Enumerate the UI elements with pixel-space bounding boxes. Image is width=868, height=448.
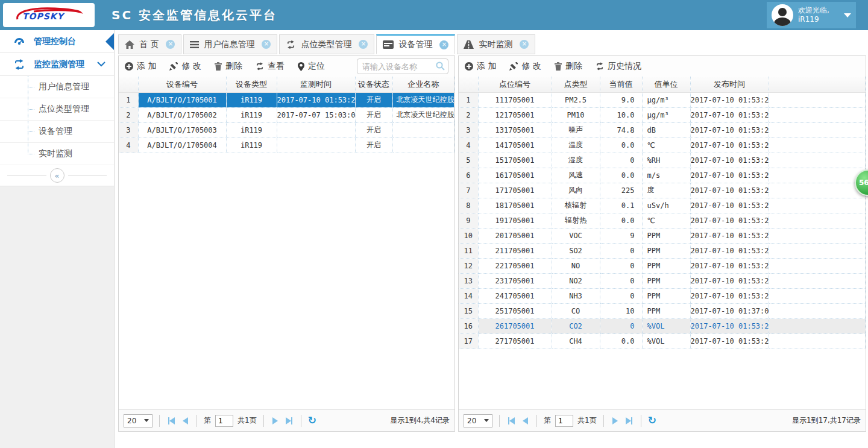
column-header[interactable]: 点类型 (552, 77, 600, 92)
first-page-button[interactable] (166, 417, 177, 424)
search-input[interactable] (357, 58, 448, 74)
close-icon[interactable]: × (359, 40, 368, 49)
sidebar-item-user-info[interactable]: 用户信息管理 (0, 76, 114, 98)
cell: PPM (642, 288, 690, 303)
table-row[interactable]: 6161705001风速0.0m/s2017-07-10 01:53:21 (459, 168, 866, 183)
column-header[interactable]: 当前值 (600, 77, 642, 92)
user-menu[interactable]: 欢迎光临, iR119 (767, 2, 856, 28)
cell: 度 (642, 183, 690, 198)
page-size-select[interactable]: 20 (464, 414, 492, 427)
tab-bar: 首 页 × 用户信息管理 × 点位类型管理 × 设备管理 × 实时监测 × (118, 34, 868, 55)
page-size-select[interactable]: 20 (124, 414, 153, 427)
column-header[interactable]: 点位编号 (478, 77, 552, 92)
table-row[interactable]: 4A/BJLT/O/1705004iR119开启 (119, 137, 454, 153)
delete-button[interactable]: 删除 (555, 61, 582, 72)
page-label: 第 (544, 415, 551, 426)
history-button[interactable]: 历史情况 (596, 61, 641, 72)
column-header[interactable]: 监测时间 (277, 77, 355, 92)
edit-button[interactable]: 修 改 (509, 61, 541, 72)
table-row[interactable]: 14241705001NH30PPM2017-07-10 01:53:21 (459, 288, 866, 303)
tab-home[interactable]: 首 页 × (118, 34, 181, 54)
page-number-input[interactable] (555, 415, 573, 427)
table-row[interactable]: 7171705001风向225度2017-07-10 01:53:21 (459, 183, 866, 198)
sidebar-item-console[interactable]: 管理控制台 (0, 30, 114, 53)
column-header[interactable]: 值单位 (642, 77, 690, 92)
sidebar-item-device-mgmt[interactable]: 设备管理 (0, 121, 114, 143)
cell: A/BJLT/O/1705004 (138, 137, 226, 153)
close-icon[interactable]: × (262, 40, 271, 49)
table-row[interactable]: 16261705001CO20%VOL2017-07-10 01:53:22 (459, 318, 866, 333)
cell: PM2.5 (552, 92, 600, 107)
cell: 2017-07-10 01:53:22 (690, 243, 769, 258)
column-header[interactable] (119, 77, 138, 92)
cell: PM10 (552, 107, 600, 122)
table-row[interactable]: 11211705001SO20PPM2017-07-10 01:53:22 (459, 243, 866, 258)
view-button[interactable]: 查看 (256, 61, 285, 72)
next-page-button[interactable] (611, 417, 620, 424)
last-page-button[interactable] (624, 417, 634, 424)
chevron-down-icon[interactable] (97, 62, 105, 67)
table-row[interactable]: 2A/BJLT/O/1705002iR1192017-07-07 15:03:0… (119, 107, 454, 122)
column-header[interactable]: 设备编号 (138, 77, 226, 92)
table-row[interactable]: 12221705001NO0PPM2017-07-10 01:53:21 (459, 258, 866, 273)
cell: 10.0 (600, 107, 642, 122)
table-row[interactable]: 13231705001NO20PPM2017-07-10 01:53:22 (459, 273, 866, 288)
column-header[interactable]: 发布时间 (690, 77, 769, 92)
close-icon[interactable]: × (439, 40, 448, 49)
collapse-sidebar-button[interactable]: « (50, 168, 64, 183)
add-button[interactable]: 添 加 (465, 61, 496, 72)
tab-user-info[interactable]: 用户信息管理 × (183, 34, 277, 54)
cell: PPM (642, 273, 690, 288)
column-header[interactable]: 设备类型 (226, 77, 277, 92)
column-header[interactable]: 设备状态 (355, 77, 392, 92)
close-icon[interactable]: × (166, 40, 175, 49)
cell: 核辐射 (552, 198, 600, 213)
column-header[interactable]: 企业名称 (392, 77, 454, 92)
cell: VOC (552, 228, 600, 243)
add-button[interactable]: 添 加 (125, 61, 156, 72)
locate-button[interactable]: 定位 (298, 61, 325, 72)
next-page-button[interactable] (271, 417, 280, 424)
chevron-down-icon (484, 419, 489, 422)
table-row[interactable]: 8181705001核辐射0.1uSv/h2017-07-10 01:53:21 (459, 198, 866, 213)
table-row[interactable]: 1A/BJLT/O/1705001iR1192017-07-10 01:53:2… (119, 92, 454, 107)
sidebar-item-point-type[interactable]: 点位类型管理 (0, 98, 114, 121)
page-number-input[interactable] (215, 415, 233, 427)
sidebar-item-monitor-mgmt[interactable]: 监控监测管理 (0, 53, 114, 76)
sidebar-item-realtime[interactable]: 实时监测 (0, 143, 114, 165)
tab-point-type[interactable]: 点位类型管理 × (279, 34, 374, 54)
cell: 0.1 (600, 198, 642, 213)
first-page-button[interactable] (506, 417, 517, 424)
table-row[interactable]: 3131705001噪声74.8dB2017-07-10 01:53:22 (459, 122, 866, 137)
refresh-icon[interactable]: ↻ (648, 415, 656, 426)
refresh-icon[interactable]: ↻ (308, 415, 316, 426)
cell: m/s (642, 168, 690, 183)
table-row[interactable]: 2121705001PM1010.0μg/m³2017-07-10 01:53:… (459, 107, 866, 122)
tab-device-mgmt[interactable]: 设备管理 × (376, 34, 455, 54)
close-icon[interactable]: × (520, 40, 529, 49)
refresh-icon (596, 62, 604, 71)
table-row[interactable]: 9191705001辐射热0.0℃2017-07-10 01:53:21 (459, 213, 866, 228)
chevron-down-icon[interactable] (844, 13, 851, 17)
search-icon[interactable] (436, 62, 445, 71)
table-row[interactable]: 1111705001PM2.59.0μg/m³2017-07-10 01:53:… (459, 92, 866, 107)
tab-realtime[interactable]: 实时监测 × (457, 34, 535, 54)
cell: 261705001 (478, 318, 552, 333)
table-row[interactable]: 3A/BJLT/O/1705003iR119开启 (119, 122, 454, 137)
column-header[interactable] (769, 77, 866, 92)
last-page-button[interactable] (284, 417, 294, 424)
column-header[interactable] (459, 77, 478, 92)
table-row[interactable]: 17271705001CH40.0%VOL2017-07-10 01:53:21 (459, 333, 866, 349)
table-row[interactable]: 5151705001湿度0%RH2017-07-10 01:53:22 (459, 153, 866, 168)
prev-page-button[interactable] (181, 417, 190, 424)
point-table-wrap: 点位编号点类型当前值值单位发布时间1111705001PM2.59.0μg/m³… (459, 77, 866, 409)
edit-button[interactable]: 修 改 (169, 61, 201, 72)
prev-page-button[interactable] (521, 417, 530, 424)
cell: CH4 (552, 333, 600, 349)
trash-icon (555, 62, 562, 71)
delete-button[interactable]: 删除 (215, 61, 242, 72)
table-row[interactable]: 15251705001CO10PPM2017-07-10 01:37:01 (459, 303, 866, 318)
table-row[interactable]: 10201705001VOC9PPM2017-07-10 01:53:22 (459, 228, 866, 243)
device-search (357, 58, 448, 74)
table-row[interactable]: 4141705001温度0.0℃2017-07-10 01:53:22 (459, 137, 866, 153)
